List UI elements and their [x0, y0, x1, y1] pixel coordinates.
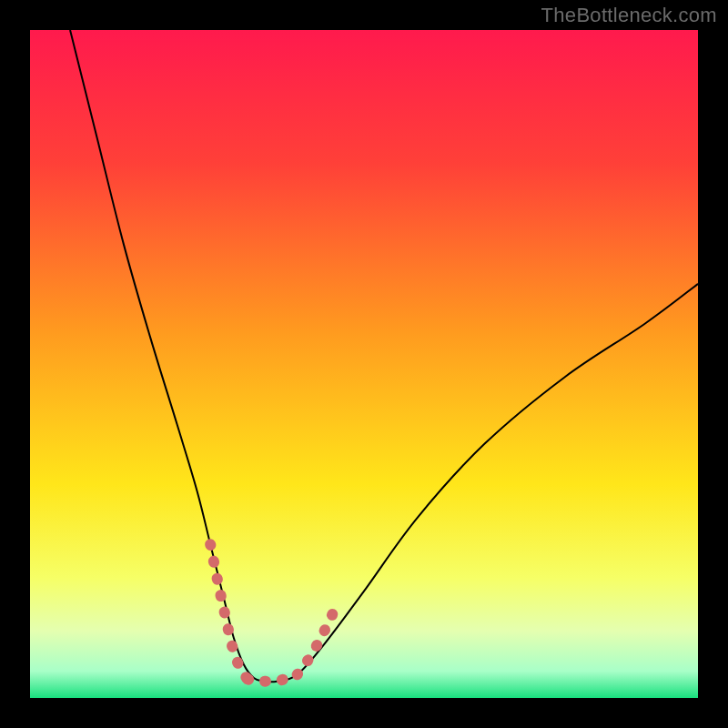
chart-frame: TheBottleneck.com — [0, 0, 728, 728]
plot-area — [30, 30, 698, 698]
gradient-rect — [30, 30, 698, 698]
background-gradient — [30, 30, 698, 698]
watermark-text: TheBottleneck.com — [541, 4, 717, 27]
